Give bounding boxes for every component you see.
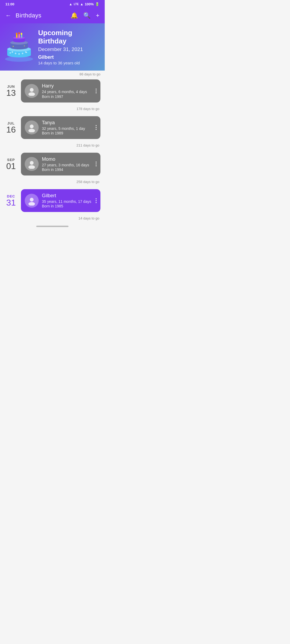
birthday-card[interactable]: Tanya32 years, 5 months, 1 dayBorn in 19… xyxy=(21,116,100,139)
back-button[interactable]: ← xyxy=(4,11,12,20)
date-day: 01 xyxy=(4,162,18,170)
days-to-go-label: 14 days to go xyxy=(4,215,100,222)
more-options-button[interactable] xyxy=(95,124,98,131)
notification-button[interactable]: 🔔 xyxy=(70,11,79,20)
entry-row: SEP01 Momo27 years, 3 months, 16 daysBor… xyxy=(4,149,100,179)
card-age: 32 years, 5 months, 1 day xyxy=(42,126,91,131)
cake-illustration: ★ ★ ★ ★ xyxy=(4,31,34,63)
battery-icon: 🔋 xyxy=(95,2,99,6)
svg-point-24 xyxy=(25,51,27,53)
svg-point-32 xyxy=(28,202,35,206)
first-days-label: 86 days to go xyxy=(4,71,100,76)
svg-point-20 xyxy=(12,51,13,53)
signal-icon: ▲ xyxy=(80,2,84,6)
upcoming-days: 14 days to 36 years old xyxy=(38,61,99,65)
date-block: DEC31 xyxy=(4,194,18,207)
card-info: Harry24 years, 6 months, 4 daysBorn in 1… xyxy=(42,83,91,98)
date-block: SEP01 xyxy=(4,158,18,170)
card-info: Momo27 years, 3 months, 16 daysBorn in 1… xyxy=(42,156,91,172)
svg-point-14 xyxy=(18,32,20,34)
card-name: Gilbert xyxy=(42,193,91,199)
status-time: 11:00 xyxy=(5,2,14,6)
app-bar: ← Birthdays 🔔 🔍 + xyxy=(0,8,105,23)
status-icons: ▲ LTE ▲ 100% 🔋 xyxy=(69,2,99,6)
days-to-go-label: 211 days to go xyxy=(4,142,100,149)
svg-point-30 xyxy=(28,165,35,169)
entry-row: JUL16 Tanya32 years, 5 months, 1 dayBorn… xyxy=(4,113,100,142)
card-age: 35 years, 11 months, 17 days xyxy=(42,199,91,204)
days-to-go-label: 258 days to go xyxy=(4,179,100,186)
birthday-list: 86 days to go JUN13 Harry24 years, 6 mon… xyxy=(0,71,105,238)
days-to-go-label: 178 days to go xyxy=(4,106,100,113)
upcoming-info: Upcoming Birthday December 31, 2021 Gilb… xyxy=(38,29,99,65)
birthday-card[interactable]: Momo27 years, 3 months, 16 daysBorn in 1… xyxy=(21,153,100,175)
card-born: Born in 1985 xyxy=(42,204,91,208)
card-name: Tanya xyxy=(42,120,91,126)
page-title: Birthdays xyxy=(16,12,66,19)
date-day: 31 xyxy=(4,198,18,207)
svg-point-31 xyxy=(30,198,34,202)
home-indicator xyxy=(0,222,105,230)
card-name: Harry xyxy=(42,83,91,89)
svg-point-23 xyxy=(22,53,23,54)
upcoming-date: December 31, 2021 xyxy=(38,46,99,52)
svg-point-25 xyxy=(30,88,34,92)
lte-icon: LTE xyxy=(74,3,79,6)
birthday-entry: JUL16 Tanya32 years, 5 months, 1 dayBorn… xyxy=(0,113,105,149)
svg-point-13 xyxy=(16,33,17,35)
more-options-button[interactable] xyxy=(95,87,98,94)
svg-point-29 xyxy=(30,161,34,165)
svg-point-15 xyxy=(21,33,22,35)
entry-row: DEC31 Gilbert35 years, 11 months, 17 day… xyxy=(4,186,100,215)
svg-text:★: ★ xyxy=(9,52,11,54)
entry-row: JUN13 Harry24 years, 6 months, 4 daysBor… xyxy=(4,76,100,105)
svg-text:★: ★ xyxy=(12,45,14,47)
card-age: 24 years, 6 months, 4 days xyxy=(42,89,91,94)
svg-point-27 xyxy=(30,125,34,128)
birthday-card[interactable]: Harry24 years, 6 months, 4 daysBorn in 1… xyxy=(21,79,100,102)
battery-label: 100% xyxy=(85,2,94,6)
avatar xyxy=(25,157,39,171)
card-born: Born in 1997 xyxy=(42,94,91,99)
avatar xyxy=(25,194,39,208)
svg-text:★: ★ xyxy=(24,45,25,47)
avatar xyxy=(25,120,39,134)
card-born: Born in 1994 xyxy=(42,167,91,172)
birthday-entry: SEP01 Momo27 years, 3 months, 16 daysBor… xyxy=(0,149,105,186)
card-name: Momo xyxy=(42,156,91,162)
birthday-card[interactable]: Gilbert35 years, 11 months, 17 daysBorn … xyxy=(21,189,100,212)
svg-point-28 xyxy=(28,129,35,132)
card-born: Born in 1989 xyxy=(42,131,91,135)
more-options-button[interactable] xyxy=(95,160,98,167)
birthday-entry: DEC31 Gilbert35 years, 11 months, 17 day… xyxy=(0,186,105,222)
svg-point-21 xyxy=(15,53,16,54)
date-block: JUL16 xyxy=(4,121,18,134)
svg-point-26 xyxy=(28,92,35,96)
avatar xyxy=(25,84,39,98)
upcoming-label: Upcoming Birthday xyxy=(38,29,99,45)
wifi-icon: ▲ xyxy=(69,2,73,6)
card-info: Tanya32 years, 5 months, 1 dayBorn in 19… xyxy=(42,120,91,135)
status-bar: 11:00 ▲ LTE ▲ 100% 🔋 xyxy=(0,0,105,8)
date-day: 13 xyxy=(4,89,18,97)
search-button[interactable]: 🔍 xyxy=(82,11,92,20)
first-days-separator: 86 days to go xyxy=(0,71,105,76)
card-age: 27 years, 3 months, 16 days xyxy=(42,163,91,167)
more-options-button[interactable] xyxy=(95,197,98,204)
home-bar xyxy=(36,226,68,227)
upcoming-name: Gilbert xyxy=(38,54,99,60)
date-day: 16 xyxy=(4,125,18,134)
date-block: JUN13 xyxy=(4,85,18,97)
svg-point-22 xyxy=(18,53,20,55)
card-info: Gilbert35 years, 11 months, 17 daysBorn … xyxy=(42,193,91,208)
add-button[interactable]: + xyxy=(95,11,100,20)
upcoming-banner: ★ ★ ★ ★ Upcoming Birthday December 31, 2… xyxy=(0,23,105,71)
birthday-entry: JUN13 Harry24 years, 6 months, 4 daysBor… xyxy=(0,76,105,113)
